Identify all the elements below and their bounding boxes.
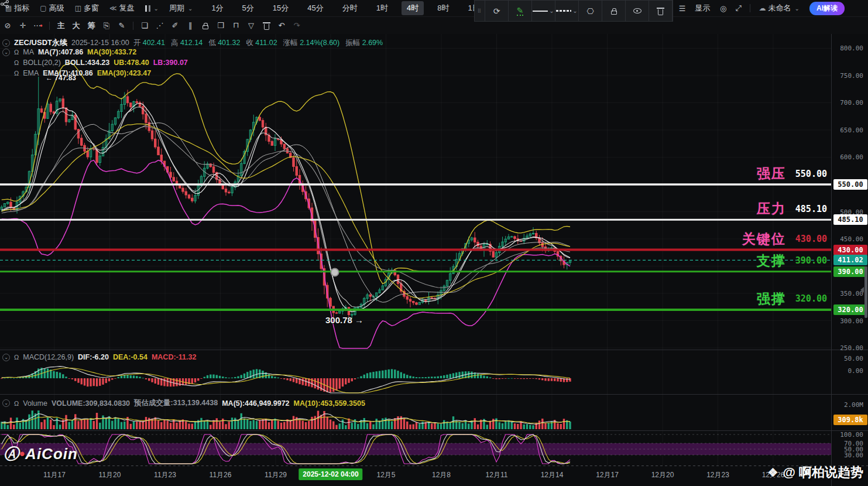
filter-icon[interactable]: ▽ (243, 21, 259, 30)
indicator-value: MA(5):446,949.9972 (222, 399, 289, 408)
time-axis[interactable]: 11月1711月2011月2311月2611月292025-12-02 04:0… (0, 466, 831, 486)
fullscreen-icon[interactable]: ⤢ (731, 4, 746, 13)
unlock-icon[interactable] (602, 1, 626, 21)
drawing-anchor-handle[interactable] (331, 269, 339, 276)
x-axis-tick: 12月14 (541, 470, 564, 480)
collapse-chevron-icon[interactable]: ⌄ (2, 399, 10, 407)
alert-bell-icon[interactable]: Ω (14, 354, 19, 361)
level-label-强压[interactable]: 强压 550.00 (757, 165, 827, 183)
toolbar-item-replay[interactable]: ≪复盘 (104, 3, 140, 13)
aicoin-chart-app: ▤指标▢高级◫多窗≪复盘 ⌄ 周期 ⌄ 1分5分15分45分分时1时4时8时1日… (0, 0, 868, 486)
x-axis-tick: 11月26 (210, 470, 232, 480)
price-tag: 485.10 (833, 214, 867, 225)
indicator-value: MA(10):453,559.3505 (294, 399, 365, 408)
indicator-value: UB:478.40 (114, 59, 149, 67)
aicoin-watermark: Ⓐ•AiCoin (4, 444, 78, 464)
chart-type-select[interactable]: ⌄ (140, 5, 164, 12)
y-axis-tick: 100.00 (840, 431, 863, 439)
ohlc-field: 收 411.02 (246, 38, 277, 48)
display-toggle[interactable]: 显示 (690, 3, 716, 13)
alert-bell-icon[interactable]: Ω (14, 49, 19, 56)
box-edit-icon[interactable]: ⎘ (99, 21, 114, 30)
toolbar-item-multi-window[interactable]: ◫多窗 (70, 3, 104, 13)
brush-icon[interactable]: ✎ (114, 21, 129, 30)
collapse-chevron-icon[interactable]: ⌄ (2, 354, 10, 361)
drag-handle[interactable]: ⠿ (475, 1, 485, 21)
candle-type-icon (145, 5, 147, 12)
y-axis-tick: 2.00M (844, 401, 863, 409)
collapse-chevron-icon[interactable]: ⌄ (2, 49, 10, 56)
note-icon[interactable]: ❒ (213, 21, 228, 30)
level-label-关键位[interactable]: 关键位 430.00 (742, 230, 827, 248)
level-lines[interactable] (0, 184, 831, 310)
target-icon[interactable]: ◎ (716, 4, 731, 13)
x-axis-tick: 11月23 (154, 470, 176, 480)
settings-hexagon-icon[interactable]: ⎔ (579, 1, 602, 21)
chips-button[interactable]: 筹 (84, 20, 99, 31)
axis-scroll-arrow[interactable] (860, 287, 864, 293)
line-style-select[interactable]: ⌄ (532, 1, 555, 21)
indicator-value: EMA(30):423.47 (97, 69, 151, 77)
main-chart-button[interactable]: 主 (53, 20, 68, 31)
visibility-eye-icon[interactable] (626, 1, 649, 21)
ohlc-field: 开 402.41 (133, 38, 165, 48)
layout-icon[interactable]: ☰ (675, 4, 690, 13)
axis-scrollbar[interactable] (864, 266, 867, 318)
indicator-value: DEA:-0.54 (113, 353, 147, 361)
period-dropdown[interactable]: 周期 ⌄ (164, 3, 198, 13)
bar-datetime: 2025-12-15 16:00 (71, 39, 129, 47)
crosshair-icon[interactable]: ✛ (15, 21, 30, 30)
price-tag: 390.00 (833, 266, 867, 277)
x-axis-tick: 11月20 (99, 470, 121, 480)
ruler-icon[interactable]: ⋰ (152, 21, 167, 30)
pencil-icon[interactable]: ✐ (167, 21, 183, 30)
x-axis-tick: 12月11 (486, 470, 508, 480)
trash-icon[interactable] (259, 22, 274, 30)
indicator-row-MACD(12,26,9): ⌄ΩMACD(12,26,9)DIF:-6.20DEA:-0.54MACD:-1… (2, 353, 196, 361)
level-label-强撑[interactable]: 强撑 320.00 (757, 289, 827, 307)
advanced-icon: ▢ (40, 4, 46, 12)
alert-bell-icon[interactable]: Ω (14, 400, 19, 407)
timeframe-分时[interactable]: 分时 (337, 1, 363, 15)
level-label-压力[interactable]: 压力 485.10 (757, 200, 827, 218)
toolbar-item-advanced[interactable]: ▢高级 (35, 3, 69, 13)
timeframe-4时[interactable]: 4时 (402, 1, 424, 15)
chevron-down-icon: ⌄ (795, 5, 800, 12)
more-dots-icon[interactable]: ⋯● (30, 21, 46, 30)
timeframe-15分[interactable]: 15分 (267, 1, 294, 15)
hide-drawings-icon[interactable]: ⊘ (0, 21, 15, 30)
alert-bell-icon[interactable]: Ω (14, 70, 19, 77)
timeframe-45分[interactable]: 45分 (302, 1, 328, 15)
redo-icon[interactable]: ↷ (289, 21, 304, 30)
timeframe-5分[interactable]: 5分 (237, 1, 259, 15)
candlesticks (1, 77, 571, 320)
collapse-chevron-icon[interactable]: ⌄ (2, 39, 10, 47)
volume-pane (1, 410, 571, 429)
price-axis[interactable]: 800.00750.00700.00650.00600.00500.00450.… (831, 34, 868, 486)
symbol-name: ZEC/USDT永续 (14, 37, 67, 48)
x-axis-highlight-tag: 2025-12-02 04:00 (299, 468, 362, 480)
bookmark-icon[interactable]: ❏ (137, 21, 152, 30)
alert-bell-icon[interactable]: Ω (14, 59, 19, 66)
timeframe-group: 1分5分15分45分分时1时4时8时1日周K (206, 1, 516, 15)
indicator-value: MACD:-11.32 (152, 353, 196, 361)
drawing-toolbar: ⊘✛⋯●主大筹⎘✎❏⋰✐∥❒⊔▽↶↷ (0, 17, 868, 34)
author-watermark: ❖ @ 啊柏说趋势 (767, 464, 863, 481)
magnet-icon[interactable]: ⊔ (228, 21, 243, 30)
timeframe-1时[interactable]: 1时 (371, 1, 393, 15)
level-label-支撑[interactable]: 支撑 390.00 (757, 251, 827, 269)
price-tag: 411.02 (833, 255, 867, 265)
ai-interpret-button[interactable]: AI解读 (809, 2, 845, 15)
timeframe-1分[interactable]: 1分 (206, 1, 228, 15)
undo-icon[interactable]: ↶ (274, 21, 289, 30)
delete-drawing-icon[interactable] (649, 1, 673, 21)
large-chart-button[interactable]: 大 (68, 20, 84, 31)
candles-icon[interactable]: ∥ (183, 21, 198, 30)
shape-tool-icon[interactable]: ⟳ (485, 1, 509, 21)
draw-pencil-icon[interactable]: ✎ (509, 1, 532, 21)
line-width-select[interactable]: ⌄ (555, 1, 579, 21)
ohlc-header-row: ⌄ ZEC/USDT永续 2025-12-15 16:00 开 402.41高 … (2, 37, 383, 48)
timeframe-8时[interactable]: 8时 (432, 1, 454, 15)
layout-save-dropdown[interactable]: ☁ 未命名 ⌄ (754, 3, 805, 13)
lock-icon[interactable] (198, 22, 213, 29)
